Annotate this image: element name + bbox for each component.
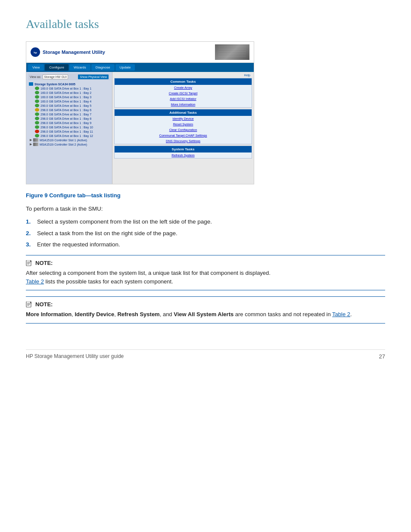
drive-label-5: 298.0 GB SATA Drive at Box 1 : Bay 6 bbox=[40, 109, 91, 112]
list-item[interactable]: 298.0 GB SATA Drive at Box 1 : Bay 7 bbox=[34, 112, 110, 116]
common-tasks-header: Common Tasks bbox=[115, 78, 252, 85]
intro-text: To perform a task in the SMU: bbox=[26, 205, 385, 213]
disk-icon-green bbox=[35, 87, 39, 90]
table-2-link-2[interactable]: Table 2 bbox=[332, 311, 350, 317]
create-array-link[interactable]: Create Array bbox=[115, 85, 252, 90]
are-common-text: are common tasks and not repeated in bbox=[234, 311, 332, 317]
identify-device-bold: Identify Device bbox=[75, 311, 114, 317]
page-footer: HP Storage Management Utility user guide… bbox=[26, 349, 385, 360]
smu-body: View as: Storage HW GUI Show Physical Vi… bbox=[26, 72, 254, 184]
view-select[interactable]: Storage HW GUI bbox=[43, 75, 68, 79]
refresh-system-link[interactable]: Refresh System bbox=[115, 152, 252, 158]
note-box-2: NOTE: More Information, Identify Device,… bbox=[26, 296, 385, 324]
note-header-2: NOTE: bbox=[26, 301, 385, 308]
view-label: View as: bbox=[30, 75, 41, 78]
view-bar: View as: Storage HW GUI Show Physical Vi… bbox=[28, 74, 110, 80]
left-panel: View as: Storage HW GUI Show Physical Vi… bbox=[26, 72, 112, 184]
more-information-link[interactable]: More Information bbox=[115, 102, 252, 107]
smu-logo: hp Storage Management Utility bbox=[31, 47, 105, 57]
nav-view[interactable]: View bbox=[28, 64, 44, 71]
list-item[interactable]: 298.0 GB SATA Drive at Box 1 : Bay 12 bbox=[34, 134, 110, 138]
communal-target-chap-link[interactable]: Communal Target CHAP Settings bbox=[115, 133, 252, 138]
disk-icon-green bbox=[35, 100, 39, 103]
drive-label-7: 298.0 GB SATA Drive at Box 1 : Bay 8 bbox=[40, 117, 91, 120]
list-item[interactable]: 298.0 GB SATA Drive at Box 1 : Bay 11 bbox=[34, 129, 110, 134]
drive-label-3: 160.0 GB SATA Drive at Box 1 : Bay 4 bbox=[40, 100, 91, 103]
disk-icon-green bbox=[35, 104, 39, 107]
note-header-1: NOTE: bbox=[26, 260, 385, 266]
tree-root[interactable]: Storage System SCA34 0005 bbox=[28, 82, 110, 86]
add-iscsi-initiator-link[interactable]: Add iSCSI Initiator bbox=[115, 96, 252, 102]
create-iscsi-target-link[interactable]: Create iSCSI Target bbox=[115, 90, 252, 96]
svg-text:hp: hp bbox=[34, 51, 37, 54]
footer-title: HP Storage Management Utility user guide bbox=[26, 353, 124, 359]
note-text-1: After selecting a component from the sys… bbox=[26, 269, 385, 286]
list-item: 3. Enter the requested information. bbox=[26, 240, 385, 249]
system-tasks-section: System Tasks Refresh System bbox=[114, 146, 252, 159]
list-item[interactable]: 298.0 GB SATA Drive at Box 1 : Bay 10 bbox=[34, 125, 110, 129]
view-all-bold: View All System Alerts bbox=[174, 311, 234, 317]
page-title: Available tasks bbox=[26, 17, 385, 31]
more-information-bold: More Information bbox=[26, 311, 72, 317]
screenshot-figure: hp Storage Management Utility View Confi… bbox=[26, 41, 254, 184]
disk-icon-green bbox=[35, 134, 39, 137]
list-item[interactable]: 298.0 GB SATA Drive at Box 1 : Bay 8 bbox=[34, 116, 110, 121]
note-text-2: More Information, Identify Device, Refre… bbox=[26, 310, 385, 319]
storage-system-icon bbox=[29, 82, 33, 86]
note-icon-1 bbox=[26, 260, 33, 266]
nav-diagnose[interactable]: Diagnose bbox=[91, 64, 115, 71]
step-text-1: Select a system component from the list … bbox=[37, 218, 212, 226]
smu-header-image bbox=[215, 44, 249, 60]
note-box-1: NOTE: After selecting a component from t… bbox=[26, 255, 385, 290]
drive-label-0: 160.0 GB SATA Drive at Box 1 : Bay 1 bbox=[40, 87, 91, 90]
nav-wizards[interactable]: Wizards bbox=[69, 64, 90, 71]
steps-list: 1. Select a system component from the li… bbox=[26, 218, 385, 249]
list-item: 2. Select a task from the list on the ri… bbox=[26, 229, 385, 238]
controller-icon bbox=[33, 138, 38, 142]
show-physical-button[interactable]: Show Physical View bbox=[78, 75, 109, 79]
help-link[interactable]: Help bbox=[114, 74, 252, 77]
smu-title-text: Storage Management Utility bbox=[43, 50, 105, 55]
list-item[interactable]: 160.0 GB SATA Drive at Box 1 : Bay 4 bbox=[34, 99, 110, 103]
table-2-link-1[interactable]: Table 2 bbox=[26, 278, 44, 285]
refresh-system-bold: Refresh System bbox=[117, 311, 159, 317]
reset-system-link[interactable]: Reset System bbox=[115, 121, 252, 127]
disk-icon-green bbox=[35, 91, 39, 94]
step-number-1: 1. bbox=[26, 218, 33, 226]
tree-root-label: Storage System SCA34 0005 bbox=[34, 83, 75, 86]
list-item: 1. Select a system component from the li… bbox=[26, 218, 385, 226]
disk-icon-green bbox=[35, 95, 39, 99]
system-tasks-header: System Tasks bbox=[115, 146, 252, 152]
disk-icon-yellow bbox=[35, 108, 39, 112]
additional-tasks-header: Additional Tasks bbox=[115, 109, 252, 116]
right-panel: Help Common Tasks Create Array Create iS… bbox=[112, 72, 254, 184]
drive-label-2: 160.0 GB SATA Drive at Box 1 : Bay 3 bbox=[40, 96, 91, 99]
step-text-2: Select a task from the list on the right… bbox=[37, 229, 177, 238]
clear-configuration-link[interactable]: Clear Configuration bbox=[115, 127, 252, 133]
list-item[interactable]: ▶ MSA1510i Controller Slot 2 (Active) bbox=[28, 142, 110, 146]
controller-icon bbox=[33, 143, 38, 146]
note-icon-2 bbox=[26, 302, 33, 308]
list-item[interactable]: 290.0 GB SATA Drive at Box 1 : Bay 5 bbox=[34, 103, 110, 108]
list-item[interactable]: 160.0 GB SATA Drive at Box 1 : Bay 1 bbox=[34, 86, 110, 90]
drive-label-8: 298.0 GB SATA Drive at Box 1 : Bay 9 bbox=[40, 121, 91, 124]
note-text-before-1: After selecting a component from the sys… bbox=[26, 270, 271, 276]
disk-icon-red bbox=[35, 130, 39, 133]
hp-logo-icon: hp bbox=[31, 47, 40, 57]
smu-nav: View Configure Wizards Diagnose Update bbox=[26, 63, 254, 72]
note-label-1: NOTE: bbox=[35, 260, 53, 266]
list-item[interactable]: 160.0 GB SATA Drive at Box 1 : Bay 2 bbox=[34, 90, 110, 95]
nav-update[interactable]: Update bbox=[115, 64, 135, 71]
list-item[interactable]: ▶ MSA1510i Controller Slot 1 (Active) bbox=[28, 138, 110, 142]
step-number-3: 3. bbox=[26, 240, 33, 249]
drive-label-4: 290.0 GB SATA Drive at Box 1 : Bay 5 bbox=[40, 104, 91, 107]
nav-configure[interactable]: Configure bbox=[45, 64, 68, 71]
list-item[interactable]: 298.0 GB SATA Drive at Box 1 : Bay 6 bbox=[34, 108, 110, 112]
dns-discovery-link[interactable]: DNS Discovery Settings bbox=[115, 138, 252, 144]
list-item[interactable]: 160.0 GB SATA Drive at Box 1 : Bay 3 bbox=[34, 95, 110, 99]
identify-device-link[interactable]: Identify Device bbox=[115, 116, 252, 121]
drive-label-9: 298.0 GB SATA Drive at Box 1 : Bay 10 bbox=[40, 126, 93, 129]
list-item[interactable]: 298.0 GB SATA Drive at Box 1 : Bay 9 bbox=[34, 121, 110, 125]
controller-label-0: MSA1510i Controller Slot 1 (Active) bbox=[40, 139, 87, 142]
figure-caption: Figure 9 Configure tab—task listing bbox=[26, 192, 385, 199]
